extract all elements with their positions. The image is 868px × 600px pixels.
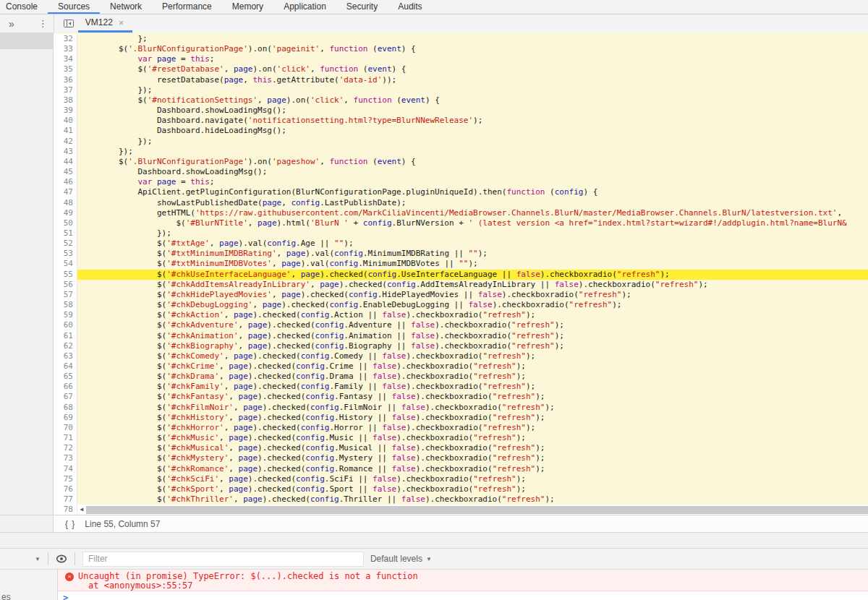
line-number[interactable]: 70	[54, 423, 77, 433]
navigator-toggle-icon[interactable]	[63, 14, 75, 33]
line-number[interactable]: 46	[54, 177, 77, 187]
code-text[interactable]: Dashboard.showLoadingMsg();	[77, 167, 868, 177]
line-number[interactable]: 49	[54, 208, 77, 218]
code-text[interactable]: $('#chkFantasy', page).checked(config.Fa…	[77, 392, 868, 402]
line-number[interactable]: 65	[54, 372, 77, 382]
line-number[interactable]: 57	[54, 290, 77, 300]
code-text[interactable]: $('#chkDrama', page).checked(config.Dram…	[77, 372, 868, 382]
code-text[interactable]: });	[77, 85, 868, 95]
line-number[interactable]: 67	[54, 392, 77, 402]
line-number[interactable]: 51	[54, 228, 77, 239]
line-number[interactable]: 39	[54, 106, 77, 116]
line-number[interactable]: 72	[54, 443, 77, 453]
code-text[interactable]: $('#chkMusic', page).checked(config.Musi…	[77, 433, 868, 443]
line-number[interactable]: 62	[54, 341, 77, 351]
line-number[interactable]: 60	[54, 320, 77, 330]
error-stack-location[interactable]: at <anonymous>:55:57	[78, 581, 418, 591]
line-number[interactable]: 43	[54, 147, 77, 157]
line-number[interactable]: 52	[54, 239, 77, 249]
code-text[interactable]: $('#chkSciFi', page).checked(config.SciF…	[77, 474, 868, 484]
code-text[interactable]: Dashboard.showLoadingMsg();	[77, 106, 868, 116]
tab-network[interactable]: Network	[100, 0, 152, 14]
line-number[interactable]: 54	[54, 259, 77, 269]
code-text[interactable]: $('#chkComedy', page).checked(config.Com…	[77, 351, 868, 361]
line-number[interactable]: 75	[54, 474, 77, 484]
code-text[interactable]: $('#chkHorror', page).checked(config.Hor…	[77, 423, 868, 433]
tab-memory[interactable]: Memory	[222, 0, 273, 14]
console-sidebar[interactable]: es	[0, 570, 58, 600]
line-number[interactable]: 33	[54, 44, 77, 54]
line-number[interactable]: 59	[54, 310, 77, 320]
horizontal-scrollbar[interactable]: ◀	[77, 505, 868, 515]
line-number[interactable]: 71	[54, 433, 77, 443]
line-number[interactable]: 77	[54, 494, 77, 505]
code-text[interactable]: $('#chkFilmNoir', page).checked(config.F…	[77, 403, 868, 413]
code-text[interactable]: $('#resetDatabase', page).on('click', fu…	[77, 64, 868, 74]
line-number[interactable]: 56	[54, 280, 77, 290]
line-number[interactable]: 61	[54, 331, 77, 341]
tab-audits[interactable]: Audits	[388, 0, 432, 14]
line-number[interactable]: 41	[54, 126, 77, 136]
line-number[interactable]: 69	[54, 413, 77, 423]
close-icon[interactable]: ×	[119, 17, 124, 28]
console-filter-input[interactable]	[82, 552, 364, 567]
code-text[interactable]: var page = this;	[77, 177, 868, 187]
log-levels-dropdown[interactable]: Default levels ▼	[370, 554, 432, 564]
line-number[interactable]: 34	[54, 54, 77, 64]
code-text[interactable]: $('#chkMystery', page).checked(config.My…	[77, 453, 868, 463]
tab-security[interactable]: Security	[336, 0, 388, 14]
code-text[interactable]: $('#txtMinimumIMDBVotes', page).val(conf…	[77, 259, 868, 269]
code-text[interactable]: $('#chkFamily', page).checked(config.Fam…	[77, 382, 868, 392]
code-text[interactable]: $('#chkThriller', page).checked(config.T…	[77, 494, 868, 505]
code-text[interactable]: $('#chkMusical', page).checked(config.Mu…	[77, 443, 868, 453]
code-text[interactable]: Dashboard.hideLoadingMsg();	[77, 126, 868, 136]
line-number[interactable]: 35	[54, 64, 77, 74]
code-text[interactable]: $('#chkAnimation', page).checked(config.…	[77, 331, 868, 341]
code-text[interactable]: });	[77, 147, 868, 157]
line-number[interactable]: 37	[54, 85, 77, 95]
code-text[interactable]: $('#txtAge', page).val(config.Age || "")…	[77, 239, 868, 249]
line-number[interactable]: 63	[54, 351, 77, 361]
line-number[interactable]: 64	[54, 361, 77, 372]
line-number[interactable]: 78	[54, 505, 77, 515]
code-text[interactable]: });	[77, 137, 868, 147]
line-number[interactable]: 38	[54, 95, 77, 106]
code-text[interactable]: $('#chkRomance', page).checked(config.Ro…	[77, 464, 868, 474]
line-number[interactable]: 53	[54, 249, 77, 259]
code-text[interactable]: });	[77, 228, 868, 239]
line-number[interactable]: 50	[54, 218, 77, 228]
line-number[interactable]: 73	[54, 453, 77, 463]
scrollbar-thumb[interactable]	[86, 506, 868, 514]
navigator-panel[interactable]	[0, 33, 54, 515]
code-text[interactable]: $('.BlurNConfigurationPage').on('pageini…	[77, 44, 868, 54]
console-context-caret-icon[interactable]: ▼	[35, 556, 41, 562]
more-options-icon[interactable]: ⋮	[38, 14, 47, 33]
line-number[interactable]: 74	[54, 464, 77, 474]
tab-performance[interactable]: Performance	[152, 0, 222, 14]
file-tab-vm122[interactable]: VM122 ×	[78, 14, 133, 33]
code-text[interactable]: $('#chkAction', page).checked(config.Act…	[77, 310, 868, 320]
line-number[interactable]: 45	[54, 167, 77, 177]
code-text[interactable]: ApiClient.getPluginConfiguration(BlurNCo…	[77, 187, 868, 197]
pretty-print-icon[interactable]: { }	[65, 519, 75, 529]
line-number[interactable]: 76	[54, 484, 77, 494]
code-text[interactable]: };	[77, 34, 868, 44]
line-number[interactable]: 44	[54, 157, 77, 167]
highlighted-code-text[interactable]: $('#chkUseInterfaceLanguage', page).chec…	[77, 270, 868, 280]
live-expression-eye-icon[interactable]	[56, 554, 67, 563]
code-text[interactable]: $('#notificationSettings', page).on('cli…	[77, 95, 868, 106]
line-number[interactable]: 47	[54, 187, 77, 197]
line-number[interactable]: 55	[54, 270, 77, 280]
line-number[interactable]: 48	[54, 198, 77, 208]
more-tabs-icon[interactable]: »	[9, 14, 14, 33]
line-number[interactable]: 40	[54, 116, 77, 126]
line-number[interactable]: 58	[54, 300, 77, 310]
line-number[interactable]: 36	[54, 75, 77, 85]
line-number[interactable]: 32	[54, 34, 77, 44]
code-text[interactable]: showLastPublishedDate(page, config.LastP…	[77, 198, 868, 208]
code-text[interactable]: $('.BlurNConfigurationPage').on('pagesho…	[77, 157, 868, 167]
code-text[interactable]: var page = this;	[77, 54, 868, 64]
console-prompt-row[interactable]: >	[58, 591, 868, 600]
code-editor[interactable]: 32 };33 $('.BlurNConfigurationPage').on(…	[54, 33, 868, 515]
code-text[interactable]: getHTML('https://raw.githubusercontent.c…	[77, 208, 868, 218]
